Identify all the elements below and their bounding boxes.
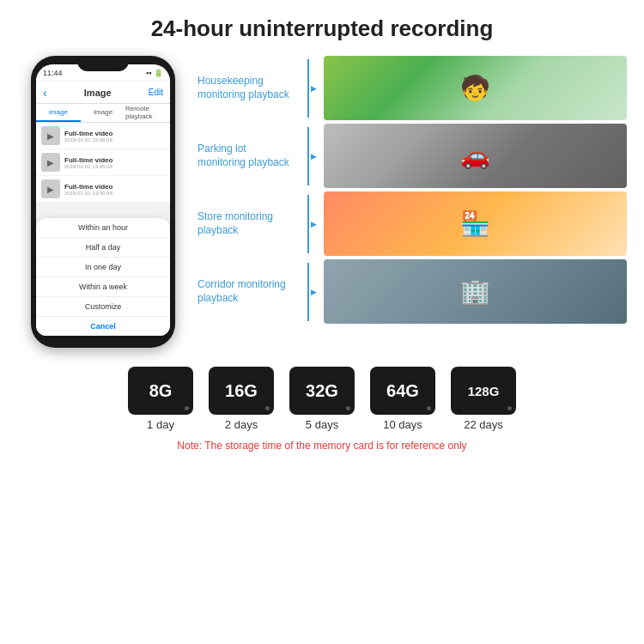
- sdcard-section: 8G 1 day 16G 2 days 32G 5: [17, 367, 627, 452]
- sdcard-days-16g: 2 days: [225, 418, 258, 431]
- dropdown-item-customize[interactable]: Customize: [36, 297, 170, 317]
- sdcard-label-16g: 16G: [225, 381, 258, 401]
- sdcard-64g: 64G: [370, 367, 435, 415]
- sdcard-item-8g: 8G 1 day: [128, 367, 193, 431]
- sdcard-item-16g: 16G 2 days: [209, 367, 274, 431]
- phone-tabs: image Image Remote playback: [36, 104, 170, 123]
- sdcard-32g: 32G: [289, 367, 355, 415]
- middle-section: 11:44 ▪▪ 🔋 ‹ Image Edit image: [17, 56, 627, 348]
- sdcard-8g: 8G: [128, 367, 193, 415]
- sdcard-item-32g: 32G 5 days: [289, 367, 355, 431]
- sdcard-notch: [506, 367, 516, 377]
- storage-note: Note: The storage time of the memory car…: [177, 440, 466, 452]
- dropdown-item-halfday[interactable]: Half a day: [36, 238, 170, 258]
- dropdown-item-week[interactable]: Within a week: [36, 277, 170, 297]
- sdcard-label-128g: 128G: [468, 384, 500, 398]
- sdcard-notch: [344, 367, 355, 377]
- monitoring-item-corridor: Corridor monitoring playback ▶ 🏢: [197, 259, 627, 324]
- sdcard-label-32g: 32G: [306, 381, 338, 401]
- monitoring-item-parking: Parking lot monitoring playback ▶ 🚗: [197, 124, 627, 188]
- video-icon: ▶: [41, 126, 60, 145]
- list-item[interactable]: ▶ Full-time video 2019-01-01 13:45:08: [36, 149, 170, 175]
- monitoring-label-housekeeping: Housekeeping monitoring playback: [197, 75, 301, 101]
- sdcard-dot: [185, 406, 189, 410]
- phone-back-button[interactable]: ‹: [43, 86, 47, 100]
- dropdown-item-hour[interactable]: Within an hour: [36, 218, 170, 238]
- phone-dropdown: Within an hour Half a day In one day Wit…: [36, 218, 170, 336]
- dropdown-cancel-button[interactable]: Cancel: [36, 317, 170, 336]
- sdcard-128g: 128G: [451, 367, 516, 415]
- monitoring-img-housekeeping: 🧒: [324, 56, 627, 120]
- sdcard-item-64g: 64G 10 days: [370, 367, 435, 431]
- sdcard-row: 8G 1 day 16G 2 days 32G 5: [128, 367, 516, 431]
- sdcard-days-32g: 5 days: [306, 418, 338, 431]
- phone-edit-button[interactable]: Edit: [149, 88, 163, 97]
- page-title: 24-hour uninterrupted recording: [151, 15, 494, 42]
- phone-icons: ▪▪ 🔋: [146, 69, 163, 77]
- phone-wrapper: 11:44 ▪▪ 🔋 ‹ Image Edit image: [17, 56, 189, 348]
- monitoring-label-parking: Parking lot monitoring playback: [197, 143, 301, 169]
- monitoring-item-store: Store monitoring playback ▶ 🏪: [197, 191, 627, 256]
- phone: 11:44 ▪▪ 🔋 ‹ Image Edit image: [31, 56, 175, 348]
- video-icon: ▶: [41, 179, 60, 198]
- sdcard-days-64g: 10 days: [383, 418, 422, 431]
- phone-header-title: Image: [84, 88, 112, 98]
- right-section: Housekeeping monitoring playback ▶ 🧒 Par…: [189, 56, 627, 324]
- list-item[interactable]: ▶ Full-time video 2019-01-01 13:40:08: [36, 176, 170, 202]
- monitoring-img-parking: 🚗: [324, 124, 627, 188]
- page-wrapper: 24-hour uninterrupted recording 11:44 ▪▪…: [0, 0, 644, 644]
- sdcard-label-8g: 8G: [149, 381, 173, 401]
- sdcard-notch: [425, 367, 435, 377]
- sdcard-days-8g: 1 day: [147, 418, 174, 431]
- monitoring-label-store: Store monitoring playback: [197, 210, 301, 237]
- sdcard-dot: [346, 406, 350, 410]
- monitoring-img-corridor: 🏢: [324, 259, 627, 324]
- phone-tab-image[interactable]: image: [36, 104, 81, 122]
- sdcard-16g: 16G: [209, 367, 274, 415]
- sdcard-item-128g: 128G 22 days: [451, 367, 516, 431]
- phone-time: 11:44: [43, 69, 63, 77]
- sdcard-days-128g: 22 days: [464, 418, 503, 431]
- sdcard-dot: [265, 406, 270, 410]
- list-item[interactable]: ▶ Full-time video 2019-01-01 15:08:08: [36, 123, 170, 149]
- sdcard-notch: [183, 367, 193, 377]
- sdcard-dot: [507, 406, 512, 410]
- video-icon: ▶: [41, 153, 60, 172]
- dropdown-item-oneday[interactable]: In one day: [36, 258, 170, 277]
- phone-notch: [77, 56, 129, 71]
- sdcard-dot: [427, 406, 431, 410]
- monitoring-label-corridor: Corridor monitoring playback: [197, 278, 301, 305]
- sdcard-notch: [264, 367, 274, 377]
- sdcard-label-64g: 64G: [386, 381, 419, 401]
- monitoring-img-store: 🏪: [324, 191, 627, 256]
- phone-tab-image2[interactable]: Image: [81, 104, 125, 122]
- phone-header: ‹ Image Edit: [36, 82, 170, 104]
- monitoring-item-housekeeping: Housekeeping monitoring playback ▶ 🧒: [197, 56, 627, 120]
- phone-tab-remote[interactable]: Remote playback: [125, 104, 170, 122]
